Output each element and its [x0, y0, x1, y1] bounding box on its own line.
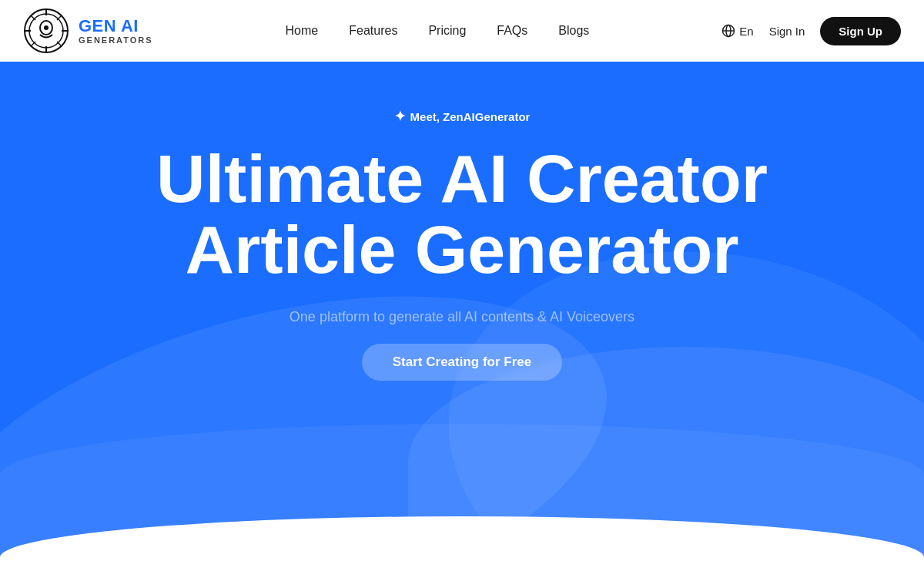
logo-sub-text: GENERATORS: [79, 35, 153, 45]
hero-section: ✦ Meet, ZenAIGenerator Ultimate AI Creat…: [0, 62, 924, 578]
sign-up-button[interactable]: Sign Up: [820, 17, 901, 45]
hero-title-line2: Article Generator: [186, 211, 739, 287]
svg-point-7: [44, 25, 49, 30]
globe-icon: [721, 24, 735, 38]
meet-badge-text: Meet, ZenAIGenerator: [410, 110, 531, 123]
hero-subtitle: One platform to generate all AI contents…: [290, 309, 634, 325]
language-label: En: [739, 25, 753, 38]
nav-links: Home Features Pricing FAQs Blogs: [286, 24, 590, 38]
logo-brand-name: GEN AI: [79, 17, 153, 35]
language-selector[interactable]: En: [721, 24, 753, 38]
nav-pricing[interactable]: Pricing: [428, 24, 466, 37]
sparkle-icon: ✦: [394, 108, 406, 125]
cta-button[interactable]: Start Creating for Free: [362, 344, 562, 381]
hero-title: Ultimate AI Creator Article Generator: [156, 143, 768, 286]
logo-icon: [23, 8, 69, 54]
navbar: GEN AI GENERATORS Home Features Pricing …: [0, 0, 924, 62]
nav-home[interactable]: Home: [286, 24, 319, 37]
nav-faqs[interactable]: FAQs: [497, 24, 527, 37]
hero-title-line1: Ultimate AI Creator: [156, 140, 768, 217]
nav-right-actions: En Sign In Sign Up: [721, 17, 901, 45]
logo[interactable]: GEN AI GENERATORS: [23, 8, 153, 54]
nav-features[interactable]: Features: [349, 24, 397, 37]
nav-blogs[interactable]: Blogs: [558, 24, 589, 37]
sign-in-button[interactable]: Sign In: [769, 25, 805, 38]
meet-badge: ✦ Meet, ZenAIGenerator: [394, 108, 531, 125]
